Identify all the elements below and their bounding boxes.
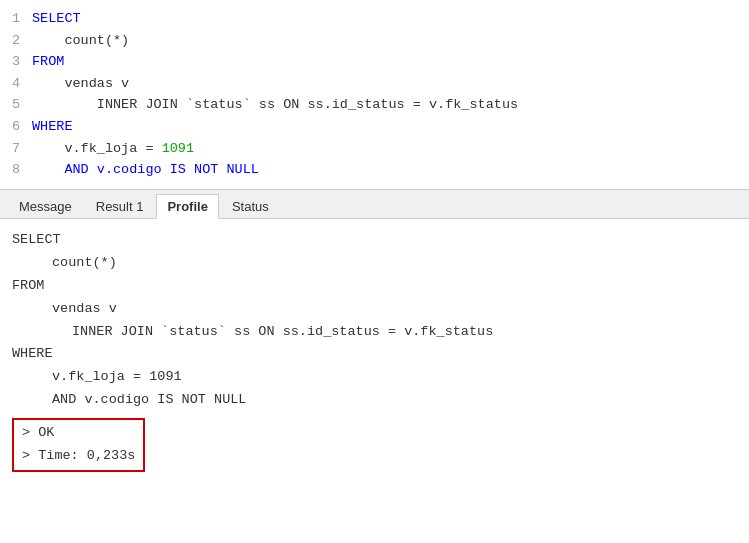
result-count: count(*) <box>12 252 737 275</box>
code-value-1091: 1091 <box>162 141 194 156</box>
line-number-8: 8 <box>0 159 32 181</box>
code-line-7: 7 v.fk_loja = 1091 <box>0 138 749 160</box>
line-number-4: 4 <box>0 73 32 95</box>
tabs-bar: Message Result 1 Profile Status <box>0 190 749 219</box>
code-line-5: 5 INNER JOIN `status` ss ON ss.id_status… <box>0 94 749 116</box>
code-content-3: FROM <box>32 51 749 73</box>
code-line-1: 1 SELECT <box>0 8 749 30</box>
code-content-8: AND v.codigo IS NOT NULL <box>32 159 749 181</box>
code-and-codigo: AND v.codigo IS NOT NULL <box>32 162 259 177</box>
tab-result1[interactable]: Result 1 <box>85 194 155 218</box>
code-content-5: INNER JOIN `status` ss ON ss.id_status =… <box>32 94 749 116</box>
status-ok: > OK <box>22 422 135 445</box>
code-fk-loja: v.fk_loja = <box>32 141 162 156</box>
result-vendas: vendas v <box>12 298 737 321</box>
status-box: > OK > Time: 0,233s <box>12 418 145 472</box>
tab-message[interactable]: Message <box>8 194 83 218</box>
code-content-4: vendas v <box>32 73 749 95</box>
code-line-2: 2 count(*) <box>0 30 749 52</box>
keyword-where: WHERE <box>32 119 73 134</box>
keyword-from: FROM <box>32 54 64 69</box>
result-where: WHERE <box>12 343 737 366</box>
keyword-select: SELECT <box>32 11 81 26</box>
result-inner-join: INNER JOIN `status` ss ON ss.id_status =… <box>12 321 737 344</box>
line-number-1: 1 <box>0 8 32 30</box>
line-number-2: 2 <box>0 30 32 52</box>
result-fk-loja: v.fk_loja = 1091 <box>12 366 737 389</box>
result-select: SELECT <box>12 229 737 252</box>
code-line-6: 6 WHERE <box>0 116 749 138</box>
line-number-6: 6 <box>0 116 32 138</box>
line-number-5: 5 <box>0 94 32 116</box>
code-line-3: 3 FROM <box>0 51 749 73</box>
code-vendas: vendas v <box>32 76 129 91</box>
tab-status[interactable]: Status <box>221 194 280 218</box>
result-panel: SELECT count(*) FROM vendas v INNER JOIN… <box>0 219 749 482</box>
line-number-7: 7 <box>0 138 32 160</box>
tab-profile[interactable]: Profile <box>156 194 218 219</box>
status-time: > Time: 0,233s <box>22 445 135 468</box>
line-number-3: 3 <box>0 51 32 73</box>
result-and-codigo: AND v.codigo IS NOT NULL <box>12 389 737 412</box>
result-from: FROM <box>12 275 737 298</box>
code-content-6: WHERE <box>32 116 749 138</box>
code-content-2: count(*) <box>32 30 749 52</box>
code-content-1: SELECT <box>32 8 749 30</box>
code-count: count(*) <box>32 33 129 48</box>
code-inner-join: INNER JOIN `status` ss ON ss.id_status =… <box>32 97 518 112</box>
code-line-4: 4 vendas v <box>0 73 749 95</box>
code-content-7: v.fk_loja = 1091 <box>32 138 749 160</box>
code-line-8: 8 AND v.codigo IS NOT NULL <box>0 159 749 181</box>
editor-area: 1 SELECT 2 count(*) 3 FROM 4 vendas v 5 … <box>0 0 749 190</box>
